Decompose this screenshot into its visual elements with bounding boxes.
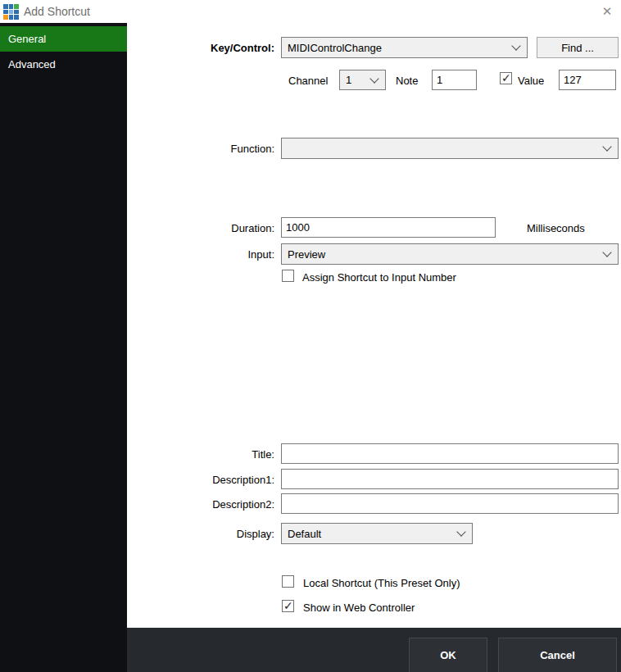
cancel-button[interactable]: Cancel bbox=[498, 638, 617, 672]
note-label: Note bbox=[396, 75, 418, 87]
function-label: Function: bbox=[231, 143, 274, 155]
local-shortcut-label: Local Shortcut (This Preset Only) bbox=[303, 577, 460, 589]
footer-bar: OK Cancel bbox=[127, 628, 621, 672]
chevron-down-icon bbox=[456, 527, 465, 536]
value-input[interactable] bbox=[559, 70, 616, 90]
app-logo-cell bbox=[9, 10, 14, 15]
channel-value: 1 bbox=[346, 74, 351, 86]
app-logo-icon bbox=[3, 4, 19, 20]
assign-input-number-checkbox[interactable] bbox=[282, 270, 294, 282]
sidebar-item-advanced[interactable]: Advanced bbox=[0, 52, 127, 77]
assign-input-number-label: Assign Shortcut to Input Number bbox=[302, 271, 456, 284]
app-logo-cell bbox=[9, 15, 14, 20]
ok-button[interactable]: OK bbox=[409, 638, 487, 672]
function-dropdown[interactable] bbox=[281, 138, 619, 159]
description2-input[interactable] bbox=[281, 493, 619, 514]
input-value: Preview bbox=[288, 248, 325, 261]
chevron-down-icon bbox=[602, 247, 611, 257]
add-shortcut-dialog: Add Shortcut ✕ General Advanced Key/Cont… bbox=[0, 0, 621, 672]
duration-label: Duration: bbox=[231, 222, 274, 234]
description2-label: Description2: bbox=[212, 498, 274, 511]
description1-input[interactable] bbox=[281, 469, 619, 489]
titlebar: Add Shortcut ✕ bbox=[0, 0, 621, 23]
value-checkbox[interactable] bbox=[500, 72, 512, 84]
duration-input[interactable] bbox=[281, 217, 496, 238]
title-label: Title: bbox=[252, 448, 274, 461]
web-controller-checkbox[interactable] bbox=[282, 600, 294, 612]
display-dropdown[interactable]: Default bbox=[281, 523, 473, 544]
app-logo-cell bbox=[9, 4, 14, 9]
input-dropdown[interactable]: Preview bbox=[281, 243, 619, 265]
input-label: Input: bbox=[247, 248, 274, 261]
app-logo-cell bbox=[3, 10, 8, 15]
key-control-value: MIDIControlChange bbox=[288, 42, 382, 54]
app-logo-cell bbox=[14, 4, 19, 9]
sidebar: General Advanced bbox=[0, 23, 127, 672]
sidebar-item-general[interactable]: General bbox=[0, 26, 127, 52]
window-title: Add Shortcut bbox=[24, 5, 90, 18]
find-button[interactable]: Find ... bbox=[537, 37, 619, 58]
value-label: Value bbox=[518, 75, 544, 87]
description1-label: Description1: bbox=[212, 474, 274, 486]
chevron-down-icon bbox=[369, 74, 378, 83]
milliseconds-label: Milliseconds bbox=[527, 222, 585, 234]
close-icon[interactable]: ✕ bbox=[598, 3, 616, 20]
channel-label: Channel bbox=[288, 75, 328, 87]
title-input[interactable] bbox=[281, 443, 619, 464]
display-label: Display: bbox=[237, 528, 274, 540]
display-value: Default bbox=[288, 528, 321, 540]
app-logo-cell bbox=[14, 10, 19, 15]
app-logo-cell bbox=[14, 15, 19, 20]
app-logo-cell bbox=[3, 15, 8, 20]
channel-dropdown[interactable]: 1 bbox=[339, 70, 386, 90]
chevron-down-icon bbox=[602, 142, 611, 151]
key-control-dropdown[interactable]: MIDIControlChange bbox=[281, 37, 528, 58]
web-controller-label: Show in Web Controller bbox=[303, 602, 415, 614]
app-logo-cell bbox=[3, 4, 8, 9]
key-control-label: Key/Control: bbox=[211, 42, 274, 54]
local-shortcut-checkbox[interactable] bbox=[282, 575, 294, 588]
chevron-down-icon bbox=[511, 41, 520, 50]
note-input[interactable] bbox=[432, 70, 477, 90]
